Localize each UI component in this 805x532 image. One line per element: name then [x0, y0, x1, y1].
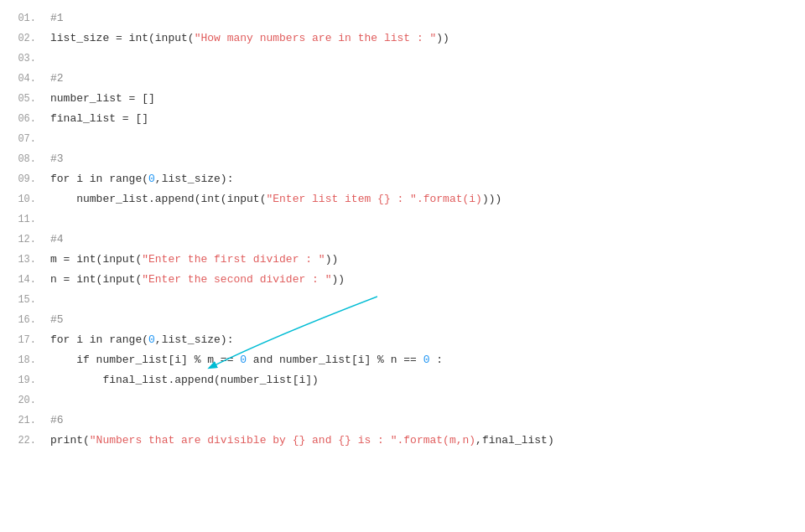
- code-line: 10. number_list.append(int(input("Enter …: [0, 189, 805, 209]
- code-line: 14.n = int(input("Enter the second divid…: [0, 270, 805, 290]
- line-number: 03.: [0, 49, 46, 69]
- line-number: 09.: [0, 169, 46, 189]
- line-number: 20.: [0, 390, 46, 411]
- line-content: #3: [46, 149, 805, 169]
- line-number: 02.: [0, 28, 46, 49]
- line-content: list_size = int(input("How many numbers …: [46, 28, 805, 49]
- line-number: 19.: [0, 370, 46, 390]
- code-line: 20.: [0, 390, 805, 411]
- line-content: m = int(input("Enter the first divider :…: [46, 250, 805, 270]
- code-token: final_list.append(number_list[i]): [50, 374, 319, 386]
- code-token: )): [331, 273, 345, 286]
- line-number: 21.: [0, 411, 46, 431]
- code-token: if number_list[i] % m ==: [50, 354, 240, 366]
- line-number: 18.: [0, 350, 46, 370]
- line-content: number_list = []: [46, 89, 805, 109]
- line-number: 07.: [0, 129, 46, 149]
- line-content: #1: [46, 8, 805, 28]
- line-content: [46, 390, 805, 411]
- code-line: 05.number_list = []: [0, 89, 805, 109]
- code-line: 09.for i in range(0,list_size):: [0, 169, 805, 189]
- code-line: 08.#3: [0, 149, 805, 169]
- code-token: )): [325, 253, 339, 266]
- line-number: 12.: [0, 230, 46, 250]
- line-content: [46, 129, 805, 149]
- code-line: 13.m = int(input("Enter the first divide…: [0, 250, 805, 270]
- line-content: #6: [46, 411, 805, 431]
- code-token: )): [436, 32, 449, 44]
- code-line: 21.#6: [0, 411, 805, 431]
- code-token: final_list = []: [50, 112, 148, 125]
- line-number: 06.: [0, 109, 46, 129]
- line-content: final_list = []: [46, 109, 805, 129]
- code-token: and number_list[i] % n ==: [247, 354, 423, 366]
- code-token: #6: [50, 414, 64, 426]
- code-token: ,list_size):: [155, 173, 234, 185]
- line-content: final_list.append(number_list[i]): [46, 370, 805, 390]
- code-token: #3: [50, 152, 64, 165]
- line-number: 17.: [0, 330, 46, 350]
- code-token: #2: [50, 72, 64, 85]
- code-token: "Enter list item {} : ".format(i): [266, 193, 481, 205]
- code-line: 04.#2: [0, 69, 805, 89]
- code-line: 19. final_list.append(number_list[i]): [0, 370, 805, 390]
- line-content: [46, 49, 805, 69]
- code-token: #5: [50, 313, 64, 326]
- code-token: ,final_list): [475, 434, 554, 447]
- line-content: number_list.append(int(input("Enter list…: [46, 189, 805, 209]
- code-token: 0: [148, 333, 155, 346]
- line-number: 15.: [0, 290, 46, 310]
- code-line: 02.list_size = int(input("How many numbe…: [0, 28, 805, 49]
- line-content: [46, 290, 805, 310]
- code-line: 17.for i in range(0,list_size):: [0, 330, 805, 350]
- code-token: 0: [148, 173, 155, 185]
- code-token: print(: [50, 434, 90, 447]
- line-number: 05.: [0, 89, 46, 109]
- line-number: 10.: [0, 189, 46, 209]
- line-number: 01.: [0, 8, 46, 28]
- code-token: number_list.append(int(input(: [50, 193, 266, 205]
- code-line: 11.: [0, 209, 805, 230]
- code-line: 15.: [0, 290, 805, 310]
- line-number: 14.: [0, 270, 46, 290]
- code-token: list_size = int(input(: [50, 32, 195, 44]
- code-token: "Enter the second divider : ": [142, 273, 331, 286]
- code-token: "How many numbers are in the list : ": [195, 32, 437, 44]
- line-content: for i in range(0,list_size):: [46, 169, 805, 189]
- code-token: 0: [240, 354, 247, 366]
- code-line: 18. if number_list[i] % m == 0 and numbe…: [0, 350, 805, 370]
- line-number: 04.: [0, 69, 46, 89]
- code-token: m = int(input(: [50, 253, 142, 266]
- line-number: 22.: [0, 431, 46, 451]
- code-token: 0: [423, 354, 430, 366]
- line-number: 08.: [0, 149, 46, 169]
- code-token: n = int(input(: [50, 273, 142, 286]
- line-content: if number_list[i] % m == 0 and number_li…: [46, 350, 805, 370]
- code-token: :: [430, 354, 444, 366]
- code-line: 01.#1: [0, 8, 805, 28]
- line-number: 16.: [0, 310, 46, 330]
- code-token: for i in range(: [50, 173, 148, 185]
- line-content: for i in range(0,list_size):: [46, 330, 805, 350]
- code-token: "Numbers that are divisible by {} and {}…: [90, 434, 475, 447]
- code-line: 06.final_list = []: [0, 109, 805, 129]
- code-token: #1: [50, 12, 64, 24]
- code-line: 03.: [0, 49, 805, 69]
- code-token: number_list = []: [50, 92, 155, 105]
- line-content: print("Numbers that are divisible by {} …: [46, 431, 805, 451]
- code-token: #4: [50, 233, 64, 245]
- code-line: 16.#5: [0, 310, 805, 330]
- code-token: for i in range(: [50, 333, 148, 346]
- code-line: 07.: [0, 129, 805, 149]
- code-token: ,list_size):: [155, 333, 234, 346]
- code-line: 12.#4: [0, 230, 805, 250]
- code-token: "Enter the first divider : ": [142, 253, 325, 266]
- line-content: #4: [46, 230, 805, 250]
- line-content: [46, 209, 805, 230]
- code-container: 01.#102.list_size = int(input("How many …: [0, 0, 805, 532]
- line-number: 13.: [0, 250, 46, 270]
- line-content: n = int(input("Enter the second divider …: [46, 270, 805, 290]
- line-number: 11.: [0, 209, 46, 230]
- code-line: 22.print("Numbers that are divisible by …: [0, 431, 805, 451]
- code-lines: 01.#102.list_size = int(input("How many …: [0, 8, 805, 451]
